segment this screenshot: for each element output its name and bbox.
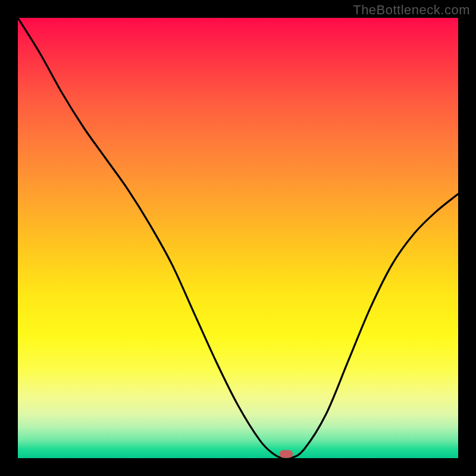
optimal-point-marker [280,450,293,458]
plot-area [18,18,458,458]
chart-frame: TheBottleneck.com [0,0,476,476]
watermark-text: TheBottleneck.com [353,2,470,18]
curve-svg [18,18,458,458]
bottleneck-curve-path [18,18,458,458]
